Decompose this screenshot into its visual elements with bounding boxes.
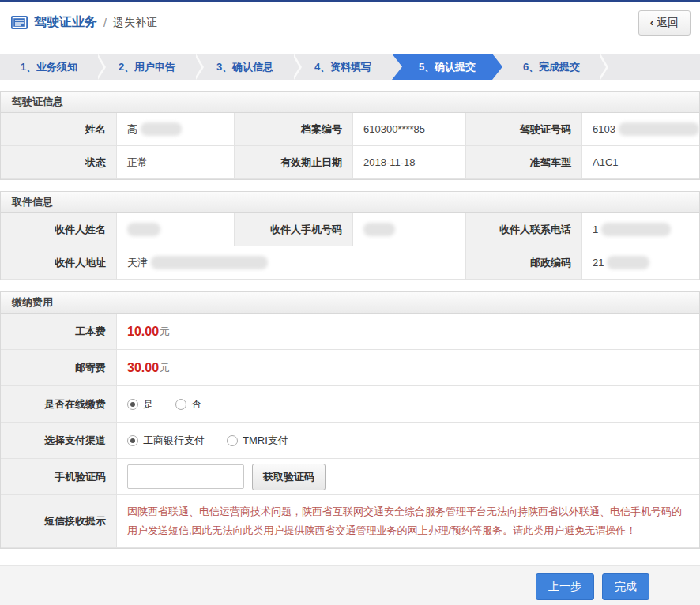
recipient-phone-label: 收件人联系电话 (466, 213, 582, 246)
license-service-icon (11, 16, 28, 29)
expiry-label: 有效期止日期 (235, 146, 353, 179)
recipient-address-value: 天津 (117, 246, 466, 280)
production-fee-value: 10.00元 (117, 314, 699, 350)
redaction-blur (619, 122, 699, 136)
sms-code-input[interactable] (127, 464, 244, 489)
production-fee-label: 工本费 (1, 314, 117, 350)
postcode-label: 邮政编码 (466, 246, 582, 280)
expiry-value: 2018-11-18 (353, 146, 466, 179)
pickup-section-title: 取件信息 (1, 192, 699, 213)
mail-fee-value: 30.00元 (117, 350, 699, 386)
step-1-business-notes: 1、业务须知 (0, 54, 98, 80)
file-no-label: 档案编号 (235, 113, 353, 146)
fee-unit: 元 (160, 361, 170, 375)
redaction-blur (127, 223, 160, 236)
recipient-mobile-value (353, 213, 466, 246)
channel-icbc-option[interactable]: 工商银行支付 (127, 434, 205, 448)
license-section-title: 驾驶证信息 (1, 92, 699, 113)
sms-notice-row: 因陕西省联通、电信运营商技术问题，陕西省互联网交通安全综合服务管理平台无法向持陕… (117, 495, 699, 548)
page-header: 驾驶证业务 / 遗失补证 ‹ 返回 (0, 2, 700, 43)
mail-fee-amount: 30.00 (127, 361, 159, 375)
redaction-blur (607, 256, 649, 269)
radio-unchecked-icon[interactable] (175, 399, 186, 410)
breadcrumb-separator: / (103, 17, 107, 29)
channel-tmri-option[interactable]: TMRI支付 (227, 434, 288, 448)
breadcrumb: 驾驶证业务 / 遗失补证 (11, 14, 157, 31)
page-subtitle: 遗失补证 (113, 16, 157, 30)
step-5-confirm-submit-active: 5、确认提交 (392, 54, 502, 80)
footer-divider (0, 565, 700, 566)
sms-code-label: 手机验证码 (1, 459, 117, 495)
footer-action-bar: 上一步 完成 (0, 566, 700, 605)
payment-fee-table: 工本费 10.00元 邮寄费 30.00元 是否在线缴费 是 否 (1, 314, 699, 548)
pickup-info-section: 取件信息 收件人姓名 收件人手机号码 收件人联系电话 1 收件人地址 天津 邮政… (0, 191, 700, 280)
online-pay-label: 是否在线缴费 (1, 386, 117, 423)
online-pay-yes-option[interactable]: 是 (127, 397, 153, 411)
step-2-user-declaration: 2、用户申告 (98, 54, 196, 80)
mail-fee-label: 邮寄费 (1, 350, 117, 386)
channel-tmri-label: TMRI支付 (243, 434, 288, 448)
license-no-label: 驾驶证号码 (466, 113, 582, 146)
online-pay-yes-label: 是 (143, 397, 153, 411)
license-info-table: 姓名 高 档案编号 610300****85 驾驶证号码 6103 状态 正常 … (1, 113, 699, 179)
channel-icbc-label: 工商银行支付 (143, 434, 205, 448)
license-info-section: 驾驶证信息 姓名 高 档案编号 610300****85 驾驶证号码 6103 … (0, 91, 700, 180)
recipient-phone-value: 1 (582, 213, 699, 246)
file-no-value: 610300****85 (353, 113, 466, 146)
step-bar-filler (600, 54, 700, 80)
name-value: 高 (117, 113, 235, 146)
sms-notice-label: 短信接收提示 (1, 495, 117, 548)
online-pay-no-label: 否 (191, 397, 201, 411)
step-4-fill-data: 4、资料填写 (294, 54, 392, 80)
payment-fee-section: 缴纳费用 工本费 10.00元 邮寄费 30.00元 是否在线缴费 是 (0, 291, 700, 549)
chevron-left-icon: ‹ (650, 17, 653, 28)
page: 驾驶证业务 / 遗失补证 ‹ 返回 1、业务须知 2、用户申告 3、确认信息 4… (0, 0, 700, 605)
radio-checked-icon[interactable] (127, 399, 138, 410)
sms-notice-text: 因陕西省联通、电信运营商技术问题，陕西省互联网交通安全综合服务管理平台无法向持陕… (127, 495, 699, 547)
redaction-blur (151, 256, 268, 269)
recipient-name-value (117, 213, 235, 246)
license-no-value: 6103 (582, 113, 699, 146)
back-button-label: 返回 (657, 16, 679, 30)
online-pay-no-option[interactable]: 否 (175, 397, 201, 411)
recipient-name-label: 收件人姓名 (1, 213, 117, 246)
radio-unchecked-icon[interactable] (227, 435, 238, 446)
page-title: 驾驶证业务 (34, 14, 97, 31)
online-pay-options: 是 否 (117, 386, 699, 423)
status-value: 正常 (117, 146, 235, 179)
vehicle-class-label: 准驾车型 (466, 146, 582, 179)
payment-channel-label: 选择支付渠道 (1, 423, 117, 459)
status-label: 状态 (1, 146, 117, 179)
back-button[interactable]: ‹ 返回 (638, 10, 691, 36)
postcode-value: 21 (582, 246, 699, 280)
previous-step-button[interactable]: 上一步 (536, 573, 594, 600)
fee-unit: 元 (160, 325, 170, 339)
sms-code-row: 获取验证码 (117, 459, 699, 495)
payment-channel-options: 工商银行支付 TMRI支付 (117, 423, 699, 459)
vehicle-class-value: A1C1 (582, 146, 699, 179)
finish-button[interactable]: 完成 (602, 573, 649, 600)
name-label: 姓名 (1, 113, 117, 146)
step-progress-bar: 1、业务须知 2、用户申告 3、确认信息 4、资料填写 5、确认提交 6、完成提… (0, 54, 700, 80)
recipient-address-label: 收件人地址 (1, 246, 117, 280)
payment-section-title: 缴纳费用 (1, 292, 699, 314)
get-code-button[interactable]: 获取验证码 (252, 464, 326, 490)
redaction-blur (363, 223, 395, 236)
recipient-mobile-label: 收件人手机号码 (235, 213, 353, 246)
redaction-blur (141, 122, 182, 136)
production-fee-amount: 10.00 (127, 325, 159, 339)
pickup-info-table: 收件人姓名 收件人手机号码 收件人联系电话 1 收件人地址 天津 邮政编码 21 (1, 213, 699, 280)
step-6-complete-submit: 6、完成提交 (502, 54, 600, 80)
redaction-blur (601, 223, 671, 236)
step-3-confirm-info: 3、确认信息 (196, 54, 294, 80)
radio-checked-icon[interactable] (127, 435, 138, 446)
